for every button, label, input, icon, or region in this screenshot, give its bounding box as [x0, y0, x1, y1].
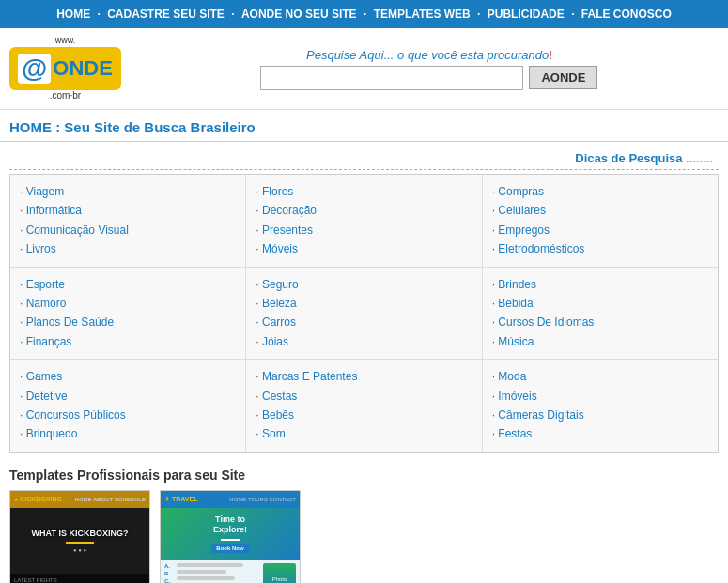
cat-festas[interactable]: Festas	[492, 424, 708, 443]
cat-namoro[interactable]: Namoro	[20, 294, 236, 313]
cat-carros[interactable]: Carros	[256, 313, 472, 331]
cat-som[interactable]: Som	[256, 424, 472, 443]
category-row-1: Viagem Informática Comunicação Visual Li…	[10, 175, 718, 268]
category-row-3: Games Detetive Concursos Públicos Brinqu…	[10, 360, 718, 452]
nav-sep-1: ·	[98, 8, 101, 21]
logo-domain: .com·br	[9, 90, 121, 100]
cat-brindes[interactable]: Brindes	[492, 275, 708, 294]
tmpl-travel-mid: A. B. C. D. Photo	[161, 560, 300, 583]
cat-moveis[interactable]: Móveis	[256, 239, 472, 258]
cat-presentes[interactable]: Presentes	[256, 221, 472, 239]
cat-cestas[interactable]: Cestas	[256, 387, 472, 406]
templates-grid: ● KICKBOXING HOME ABOUT SCHEDULE WHAT IS…	[9, 490, 719, 583]
nav-aonde-site[interactable]: AONDE NO SEU SITE	[241, 8, 357, 21]
search-row: AONDE	[260, 66, 597, 90]
nav-home[interactable]: HOME	[56, 8, 90, 21]
cat-flores[interactable]: Flores	[256, 182, 472, 201]
cat-esporte[interactable]: Esporte	[20, 275, 236, 294]
nav-cadastre[interactable]: CADASTRE SEU SITE	[107, 8, 225, 21]
categories-container: Viagem Informática Comunicação Visual Li…	[9, 174, 719, 453]
cat-games[interactable]: Games	[20, 367, 236, 386]
cat-col-2-3: Brindes Bebida Cursos De Idiomas Música	[483, 268, 718, 360]
tmpl-kb-nav-links: HOME ABOUT SCHEDULE	[75, 497, 146, 502]
cat-col-1-1: Viagem Informática Comunicação Visual Li…	[10, 175, 246, 267]
tmpl-travel-header: ✈ TRAVEL HOME TOURS CONTACT	[161, 491, 300, 508]
cat-cursos-idiomas[interactable]: Cursos De Idiomas	[492, 313, 708, 331]
nav-sep-5: ·	[571, 8, 574, 21]
cat-livros[interactable]: Livros	[20, 239, 236, 258]
cat-planos-saude[interactable]: Planos De Saúde	[20, 313, 236, 331]
cat-marcas[interactable]: Marcas E Patentes	[256, 367, 472, 386]
cat-compras[interactable]: Compras	[492, 182, 708, 201]
cat-detetive[interactable]: Detetive	[20, 387, 236, 406]
cat-seguro[interactable]: Seguro	[256, 275, 472, 294]
cat-col-1-2: Flores Decoração Presentes Móveis	[246, 175, 482, 267]
cat-decoracao[interactable]: Decoração	[256, 201, 472, 220]
cat-financas[interactable]: Finanças	[20, 332, 236, 351]
main-content: Dicas de Pesquisa ........ Viagem Inform…	[0, 142, 728, 583]
cat-cameras[interactable]: Câmeras Digitais	[492, 406, 708, 424]
cat-eletrodomesticos[interactable]: Eletrodomésticos	[492, 239, 708, 258]
cat-col-3-2: Marcas E Patentes Cestas Bebês Som	[246, 360, 482, 452]
templates-section: Templates Profissionais para seu Site ● …	[9, 462, 719, 583]
search-button[interactable]: AONDE	[529, 66, 597, 89]
nav-templates-web[interactable]: TEMPLATES WEB	[374, 8, 471, 21]
cat-imoveis[interactable]: Imóveis	[492, 387, 708, 406]
cat-col-3-3: Moda Imóveis Câmeras Digitais Festas	[483, 360, 718, 452]
cat-comunicacao[interactable]: Comunicação Visual	[20, 221, 236, 239]
search-area: Pesquise Aqui... o que você esta procura…	[140, 48, 719, 90]
tmpl-kb-bottom: LATEST FIGHTS LATEST FIGHTS	[10, 574, 149, 583]
tmpl-travel-hero: Time toExplore! Book Now	[161, 508, 300, 560]
templates-title: Templates Profissionais para seu Site	[9, 468, 719, 483]
logo-www: www.	[9, 36, 121, 45]
cat-brinquedo[interactable]: Brinquedo	[20, 424, 236, 443]
tmpl-kb-header: ● KICKBOXING HOME ABOUT SCHEDULE	[10, 491, 149, 508]
template-card-travel[interactable]: ✈ TRAVEL HOME TOURS CONTACT Time toExplo…	[160, 490, 301, 583]
cat-joias[interactable]: Jóias	[256, 332, 472, 351]
search-hint-prefix: Pesquise Aqui...	[306, 48, 394, 62]
search-input[interactable]	[260, 66, 523, 90]
nav-sep-2: ·	[231, 8, 234, 21]
search-hint-suffix: !	[549, 48, 552, 62]
cat-musica[interactable]: Música	[492, 332, 708, 351]
cat-col-1-3: Compras Celulares Empregos Eletrodomésti…	[483, 175, 718, 267]
search-hint-text: Pesquise Aqui... o que você esta procura…	[306, 48, 552, 62]
breadcrumb-bar: HOME : Seu Site de Busca Brasileiro	[0, 110, 728, 142]
category-row-2: Esporte Namoro Planos De Saúde Finanças …	[10, 268, 718, 361]
cat-bebida[interactable]: Bebida	[492, 294, 708, 313]
cat-concursos[interactable]: Concursos Públicos	[20, 406, 236, 424]
logo-onde-text: ONDE	[53, 56, 113, 81]
tmpl-kb-hero: WHAT IS KICKBOXING? ● ● ●	[10, 508, 149, 574]
dicas-dots: ........	[686, 151, 713, 165]
cat-col-3-1: Games Detetive Concursos Públicos Brinqu…	[10, 360, 246, 452]
logo-at-symbol: @	[18, 54, 51, 84]
nav-sep-3: ·	[364, 8, 366, 21]
logo-box: @ ONDE	[9, 47, 121, 90]
cat-col-2-2: Seguro Beleza Carros Jóias	[246, 268, 482, 360]
cat-col-2-1: Esporte Namoro Planos De Saúde Finanças	[10, 268, 246, 360]
top-navigation: HOME · CADASTRE SEU SITE · AONDE NO SEU …	[0, 0, 728, 28]
nav-sep-4: ·	[477, 8, 480, 21]
nav-fale-conosco[interactable]: FALE CONOSCO	[581, 8, 672, 21]
tmpl-kb-nav-text: ● KICKBOXING	[14, 496, 62, 502]
cat-viagem[interactable]: Viagem	[20, 182, 236, 201]
dicas-label: Dicas de Pesquisa	[575, 151, 682, 165]
cat-celulares[interactable]: Celulares	[492, 201, 708, 220]
cat-bebes[interactable]: Bebês	[256, 406, 472, 424]
cat-informatica[interactable]: Informática	[20, 201, 236, 220]
cat-empregos[interactable]: Empregos	[492, 221, 708, 239]
nav-publicidade[interactable]: PUBLICIDADE	[488, 8, 565, 21]
logo-area[interactable]: www. @ ONDE .com·br	[9, 36, 121, 101]
search-hint-middle: o que você esta procurando	[394, 48, 549, 62]
dicas-header: Dicas de Pesquisa ........	[9, 147, 719, 170]
cat-moda[interactable]: Moda	[492, 367, 708, 386]
cat-beleza[interactable]: Beleza	[256, 294, 472, 313]
breadcrumb: HOME : Seu Site de Busca Brasileiro	[9, 119, 256, 135]
template-card-kickboxing[interactable]: ● KICKBOXING HOME ABOUT SCHEDULE WHAT IS…	[9, 490, 150, 583]
header: www. @ ONDE .com·br Pesquise Aqui... o q…	[0, 28, 728, 110]
